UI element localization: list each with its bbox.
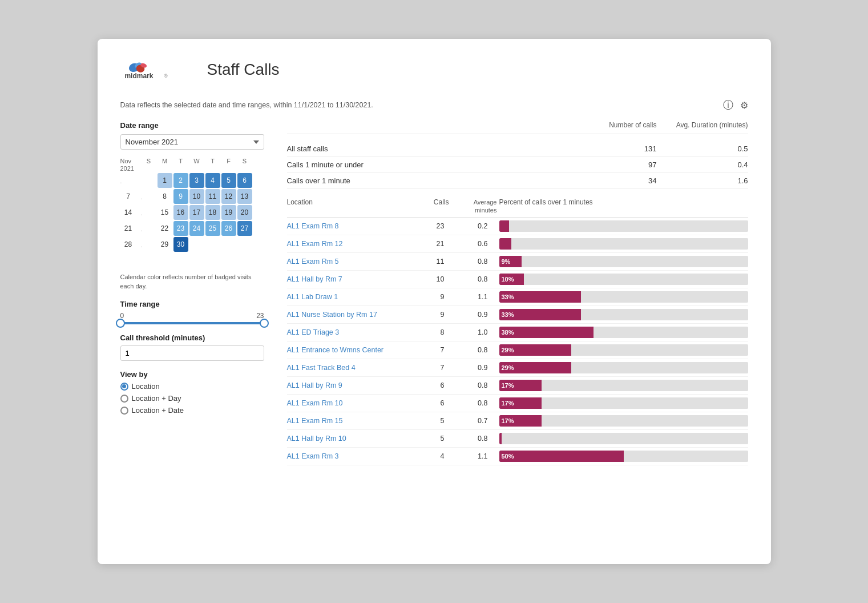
location-link[interactable]: AL1 Exam Rm 5: [287, 258, 339, 266]
bar-label: 33%: [502, 311, 514, 318]
location-link[interactable]: AL1 Entrance to Wmns Center: [287, 346, 384, 354]
cal-day-16[interactable]: 16: [173, 205, 188, 220]
threshold-input[interactable]: [120, 345, 264, 361]
slider-thumb-left[interactable]: [116, 319, 125, 328]
cal-day-9[interactable]: 9: [173, 189, 188, 204]
location-link[interactable]: AL1 Hall by Rm 7: [287, 275, 342, 283]
avg-cell: 1.0: [451, 328, 497, 336]
info-icon[interactable]: ⓘ: [723, 98, 733, 112]
time-range-bounds: 0 23: [120, 312, 264, 320]
cal-day-26[interactable]: 26: [221, 221, 236, 236]
cal-day-25[interactable]: 25: [205, 221, 220, 236]
summary-row-avg: 0.4: [657, 160, 748, 169]
avg-cell: 0.6: [451, 240, 497, 248]
cal-day-12[interactable]: 12: [221, 189, 236, 204]
bar-bg: 50%: [499, 451, 748, 462]
table-row: AL1 Hall by Rm 10 5 0.8: [287, 430, 748, 448]
header: midmark ® Staff Calls: [120, 57, 748, 82]
loc-cell: AL1 Exam Rm 15: [287, 417, 413, 425]
bar-fill: 38%: [499, 327, 594, 338]
location-link[interactable]: AL1 ED Triage 3: [287, 328, 340, 336]
location-link[interactable]: AL1 Exam Rm 8: [287, 222, 339, 230]
summary-row-calls: 97: [566, 160, 657, 169]
cal-day-2[interactable]: 2: [173, 173, 188, 188]
radio-circle-day: [120, 395, 128, 403]
calendar: Nov2021 S M T W T F S . 1 2 3 4 5 6: [120, 156, 264, 268]
cal-day-5[interactable]: 5: [221, 173, 236, 188]
cal-day-29[interactable]: 29: [158, 237, 172, 252]
calls-cell: 6: [415, 381, 449, 389]
location-link[interactable]: AL1 Exam Rm 15: [287, 417, 343, 425]
cal-day-15[interactable]: 15: [158, 205, 172, 220]
cal-day-20[interactable]: 20: [237, 205, 252, 220]
page-title: Staff Calls: [207, 61, 280, 79]
cal-day-18[interactable]: 18: [205, 205, 220, 220]
summary-row-avg: 1.6: [657, 176, 748, 185]
bar-cell: [499, 238, 748, 250]
radio-location[interactable]: Location: [120, 382, 264, 391]
cal-day-28[interactable]: 28: [121, 237, 136, 252]
bar-bg: [499, 220, 748, 232]
location-link[interactable]: AL1 Fast Track Bed 4: [287, 364, 356, 372]
cal-day-3[interactable]: 3: [189, 173, 204, 188]
cal-day-1[interactable]: 1: [158, 173, 172, 188]
bar-fill: [499, 220, 509, 232]
cal-day-19[interactable]: 19: [221, 205, 236, 220]
radio-location-day[interactable]: Location + Day: [120, 394, 264, 403]
cal-day-11[interactable]: 11: [205, 189, 220, 204]
radio-location-date[interactable]: Location + Date: [120, 406, 264, 415]
bar-fill: 10%: [499, 274, 524, 285]
cal-week-1: .: [120, 172, 141, 188]
cal-day-10[interactable]: 10: [189, 189, 204, 204]
location-link[interactable]: AL1 Exam Rm 3: [287, 452, 339, 460]
location-link[interactable]: AL1 Lab Draw 1: [287, 293, 338, 301]
filter-icon[interactable]: ⚙: [740, 100, 748, 111]
col-bar-header: Percent of calls over 1 minutes: [499, 198, 748, 215]
calls-cell: 9: [415, 293, 449, 301]
cal-day-22[interactable]: 22: [158, 221, 172, 236]
cal-day-24[interactable]: 24: [189, 221, 204, 236]
avg-cell: 0.2: [451, 222, 497, 230]
calls-cell: 11: [415, 258, 449, 266]
location-link[interactable]: AL1 Hall by Rm 9: [287, 381, 342, 389]
table-row: AL1 Exam Rm 3 4 1.1 50%: [287, 448, 748, 465]
calls-cell: 7: [415, 364, 449, 372]
cal-day-13[interactable]: 13: [237, 189, 252, 204]
svg-text:midmark: midmark: [124, 72, 153, 80]
cal-day-21[interactable]: 21: [121, 221, 136, 236]
time-range-slider[interactable]: [120, 322, 264, 324]
cal-day-30[interactable]: 30: [173, 237, 188, 252]
slider-thumb-right[interactable]: [260, 319, 269, 328]
table-row: AL1 Lab Draw 1 9 1.1 33%: [287, 288, 748, 306]
location-link[interactable]: AL1 Nurse Station by Rm 17: [287, 311, 377, 319]
table-header: Location Calls Average minutes Percent o…: [287, 194, 748, 218]
radio-circle-date: [120, 407, 128, 415]
bar-label: 9%: [502, 258, 511, 265]
cal-day-4[interactable]: 4: [205, 173, 220, 188]
cal-day-27[interactable]: 27: [237, 221, 252, 236]
calls-cell: 23: [415, 222, 449, 230]
summary-row: Calls over 1 minute 34 1.6: [287, 173, 748, 189]
cal-day-8[interactable]: 8: [158, 189, 172, 204]
cal-dow-s2: S: [237, 156, 253, 172]
avg-cell: 0.8: [451, 435, 497, 443]
cal-day-17[interactable]: 17: [189, 205, 204, 220]
cal-day-14[interactable]: 14: [121, 205, 136, 220]
cal-dow-w: W: [189, 156, 205, 172]
info-bar: Data reflects the selected date and time…: [120, 98, 748, 112]
bar-fill: [499, 238, 512, 250]
table-row: AL1 Exam Rm 15 5 0.7 17%: [287, 412, 748, 430]
cal-day-7[interactable]: 7: [121, 189, 136, 204]
cal-day-6[interactable]: 6: [237, 173, 252, 188]
cal-day-23[interactable]: 23: [173, 221, 188, 236]
bar-label: 17%: [502, 417, 514, 424]
date-range-select[interactable]: November 2021: [120, 134, 264, 150]
bar-cell: [499, 433, 748, 444]
location-link[interactable]: AL1 Exam Rm 10: [287, 399, 343, 407]
summary-row-calls: 34: [566, 176, 657, 185]
location-link[interactable]: AL1 Hall by Rm 10: [287, 435, 346, 443]
bar-cell: 10%: [499, 274, 748, 285]
summary-row-label: Calls 1 minute or under: [287, 160, 566, 169]
location-link[interactable]: AL1 Exam Rm 12: [287, 240, 343, 248]
calls-cell: 5: [415, 417, 449, 425]
